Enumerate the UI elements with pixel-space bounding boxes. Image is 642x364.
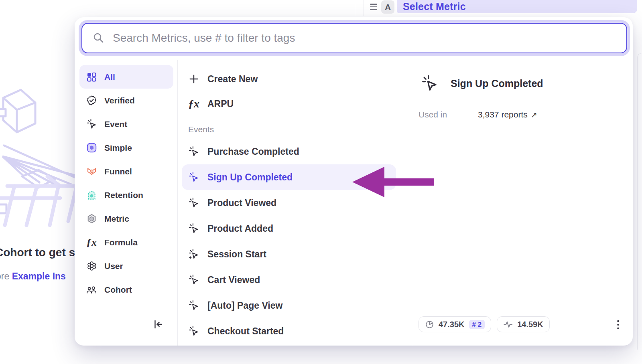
detail-title: Sign Up Completed [451,78,543,89]
event-cursor-icon [188,146,199,157]
search-focus-ring [79,20,630,56]
sidebar-item-label: Verified [104,96,135,105]
search-box[interactable] [81,23,627,53]
sidebar-item-label: Retention [104,190,143,200]
sidebar-item-event[interactable]: Event [79,112,173,136]
total-count-pill[interactable]: 47.35K # 2 [419,316,491,332]
metric-list: Create New ƒx ARPU Events Purchase Compl… [178,60,412,346]
list-item-sign-up-completed[interactable]: Sign Up Completed [182,164,396,190]
list-item-arpu[interactable]: ƒx ARPU [182,91,412,116]
example-insights-link[interactable]: Example Ins [12,271,66,281]
sidebar-item-label: Funnel [104,167,132,176]
more-options-button[interactable] [614,320,622,330]
event-cursor-star-icon [188,249,199,260]
simple-icon [86,142,97,154]
plus-icon [188,73,199,85]
user-flower-icon [86,261,97,272]
used-in-reports-link[interactable]: 3,937 reports [478,110,528,119]
list-item-purchase-completed[interactable]: Purchase Completed [182,139,396,164]
activity-count-pill[interactable]: 14.59K [497,316,550,332]
sidebar-item-simple[interactable]: Simple [79,136,173,160]
rank-badge: # 2 [469,320,485,329]
list-item-cart-viewed[interactable]: Cart Viewed [182,267,396,293]
drag-handle-icon[interactable] [370,4,377,10]
sidebar-item-user[interactable]: User [79,254,173,278]
wireframe-illustration [0,85,80,233]
sidebar-item-label: Event [104,119,127,129]
event-cursor-icon [188,223,199,234]
search-icon [93,32,105,44]
background-heading: Cohort to get s [0,246,75,259]
list-item-product-viewed[interactable]: Product Viewed [182,190,396,216]
detail-footer: 47.35K # 2 14.59K [412,313,633,346]
external-link-icon: ↗ [531,110,537,119]
list-item-product-added[interactable]: Product Added [182,216,396,241]
sidebar-footer [75,312,177,346]
event-cursor-icon [188,300,199,311]
list-item-auto-page-view[interactable]: [Auto] Page View [182,293,396,318]
background-panel-edge [637,53,642,350]
sidebar-item-funnel[interactable]: Funnel [79,160,173,183]
retention-icon [86,190,97,201]
stat-value: 47.35K [439,320,465,329]
select-metric-field[interactable]: Select Metric [397,0,637,13]
event-cursor-icon [421,75,439,92]
event-cursor-icon [188,326,199,337]
metric-hexagon-icon [86,213,97,224]
select-metric-label: Select Metric [403,1,466,12]
funnel-icon [86,166,97,177]
list-item-checkout-started[interactable]: Checkout Started [182,318,396,344]
pulse-icon [503,320,513,329]
event-cursor-icon [188,172,199,183]
event-cursor-icon [188,274,199,285]
background-subline: ore Example Ins [0,271,66,282]
metric-selector-dialog: All Verified Event [75,17,633,346]
verified-seal-icon [86,95,97,106]
grid-icon [86,71,97,83]
background-header-strip: A Select Metric [0,0,642,16]
pie-chart-icon [425,320,434,329]
sidebar-item-label: All [104,72,115,82]
events-section-header: Events [188,123,412,136]
used-in-label: Used in [419,110,478,119]
collapse-sidebar-button[interactable] [151,317,165,332]
search-input[interactable] [113,32,626,44]
screen: A Select Metric Cohort to get s ore Exam… [0,0,642,364]
sidebar-item-metric[interactable]: Metric [79,207,173,231]
formula-icon: ƒx [86,237,97,248]
type-filter-sidebar: All Verified Event [75,60,178,346]
sidebar-item-all[interactable]: All [79,65,173,89]
sidebar-item-label: User [104,261,123,271]
event-cursor-icon [86,119,97,130]
list-item-session-start[interactable]: Session Start [182,241,396,267]
create-new-button[interactable]: Create New [182,67,412,91]
event-cursor-icon [188,197,199,208]
sidebar-item-retention[interactable]: Retention [79,183,173,207]
metric-detail-panel: Sign Up Completed Used in 3,937 reports … [412,60,633,346]
sidebar-item-label: Formula [104,238,138,247]
cohort-people-icon [86,284,97,295]
panel-divider [364,0,364,16]
link-prefix: ore [0,271,12,281]
stat-value: 14.59K [517,320,543,329]
sidebar-item-verified[interactable]: Verified [79,89,173,112]
sidebar-item-formula[interactable]: ƒx Formula [79,231,173,254]
sidebar-item-label: Metric [104,214,129,224]
series-a-badge: A [381,0,394,14]
sidebar-item-label: Cohort [104,285,132,295]
sidebar-item-cohort[interactable]: Cohort [79,278,173,301]
formula-icon: ƒx [188,98,199,109]
sidebar-item-label: Simple [104,143,132,153]
panel-divider [355,0,355,16]
